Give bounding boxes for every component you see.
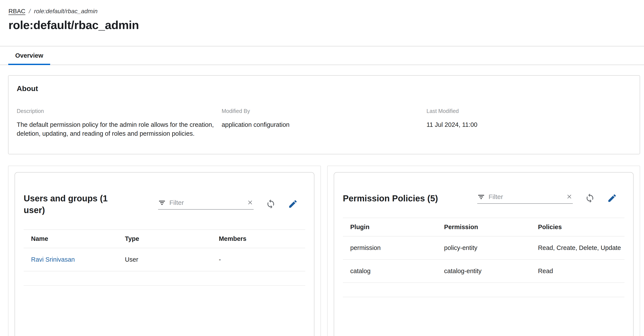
policy-plugin-cell: catalog: [343, 268, 437, 275]
about-field-last-modified: Last Modified 11 Jul 2024, 11:00: [426, 108, 632, 138]
breadcrumb: RBAC / role:default/rbac_admin: [8, 8, 644, 15]
policies-filter-input[interactable]: [488, 193, 564, 200]
close-icon: [247, 199, 254, 207]
about-field-modified-by: Modified By application configuration: [222, 108, 427, 138]
users-card-header: Users and groups (1 user): [24, 172, 305, 216]
close-icon: [566, 193, 573, 201]
policies-col-plugin: Plugin: [343, 223, 437, 231]
policy-policies-cell: Read, Create, Delete, Update: [531, 244, 624, 251]
policies-table: Plugin Permission Policies permission po…: [343, 218, 624, 297]
users-table-header: Name Type Members: [24, 230, 305, 248]
users-card-title: Users and groups (1 user): [24, 192, 126, 216]
user-members-cell: -: [212, 256, 305, 263]
breadcrumb-current: role:default/rbac_admin: [34, 8, 98, 15]
user-link-ravi-srinivasan[interactable]: Ravi Srinivasan: [31, 256, 75, 263]
about-card-title: About: [17, 84, 632, 93]
policies-card-container: Permission Policies (5): [327, 166, 640, 336]
policy-permission-cell: catalog-entity: [437, 268, 530, 275]
about-card: About Description The default permission…: [8, 75, 640, 154]
page-title: role:default/rbac_admin: [8, 18, 644, 32]
users-card: Users and groups (1 user): [14, 172, 314, 336]
policies-col-policies: Policies: [531, 223, 624, 231]
users-filter-input[interactable]: [169, 199, 245, 206]
tab-overview[interactable]: Overview: [8, 46, 50, 65]
policies-refresh-button[interactable]: [585, 193, 595, 204]
user-type-cell: User: [118, 256, 211, 263]
last-modified-value: 11 Jul 2024, 11:00: [426, 120, 632, 129]
users-table-filler-row: [24, 271, 305, 286]
policies-table-header: Plugin Permission Policies: [343, 218, 624, 236]
users-filter-clear-button[interactable]: [247, 199, 254, 207]
edit-pencil-icon: [288, 199, 298, 210]
users-filter-box: [158, 199, 254, 210]
users-col-type: Type: [118, 235, 211, 242]
last-modified-label: Last Modified: [426, 108, 632, 114]
policy-plugin-cell: permission: [343, 244, 437, 251]
users-table: Name Type Members Ravi Srinivasan User -: [24, 229, 305, 286]
tab-bar: Overview: [0, 46, 644, 65]
main-content: About Description The default permission…: [0, 65, 644, 336]
policies-card-title: Permission Policies (5): [343, 192, 445, 204]
policies-card: Permission Policies (5): [334, 172, 634, 336]
about-fields: Description The default permission polic…: [17, 108, 632, 138]
table-row: permission policy-entity Read, Create, D…: [343, 236, 624, 260]
about-field-description: Description The default permission polic…: [17, 108, 222, 138]
modified-by-label: Modified By: [222, 108, 427, 114]
policy-policies-cell: Read: [531, 268, 624, 275]
policies-filter-clear-button[interactable]: [566, 193, 573, 201]
policies-filter-box: [477, 193, 573, 204]
edit-pencil-icon: [607, 193, 617, 204]
description-label: Description: [17, 108, 222, 114]
policies-edit-button[interactable]: [607, 193, 617, 204]
modified-by-value: application configuration: [222, 120, 427, 129]
policies-table-filler-row: [343, 283, 624, 297]
breadcrumb-rbac-link[interactable]: RBAC: [8, 8, 26, 15]
users-edit-button[interactable]: [288, 199, 298, 210]
cards-row: Users and groups (1 user): [8, 166, 640, 336]
filter-list-icon: [158, 199, 166, 207]
filter-list-icon: [477, 193, 485, 201]
users-col-members: Members: [212, 235, 305, 242]
users-col-name: Name: [24, 235, 118, 242]
users-refresh-button[interactable]: [266, 199, 276, 210]
description-value: The default permission policy for the ad…: [17, 120, 216, 138]
policies-card-header: Permission Policies (5): [343, 172, 624, 204]
users-card-container: Users and groups (1 user): [8, 166, 321, 336]
table-row: Ravi Srinivasan User -: [24, 248, 305, 271]
tab-overview-label: Overview: [15, 52, 43, 59]
policy-permission-cell: policy-entity: [437, 244, 530, 251]
table-row: catalog catalog-entity Read: [343, 260, 624, 283]
breadcrumb-separator: /: [29, 8, 30, 15]
refresh-sync-icon: [585, 193, 595, 204]
page-header: RBAC / role:default/rbac_admin role:defa…: [0, 0, 644, 46]
policies-col-permission: Permission: [437, 223, 530, 231]
refresh-sync-icon: [266, 199, 276, 210]
